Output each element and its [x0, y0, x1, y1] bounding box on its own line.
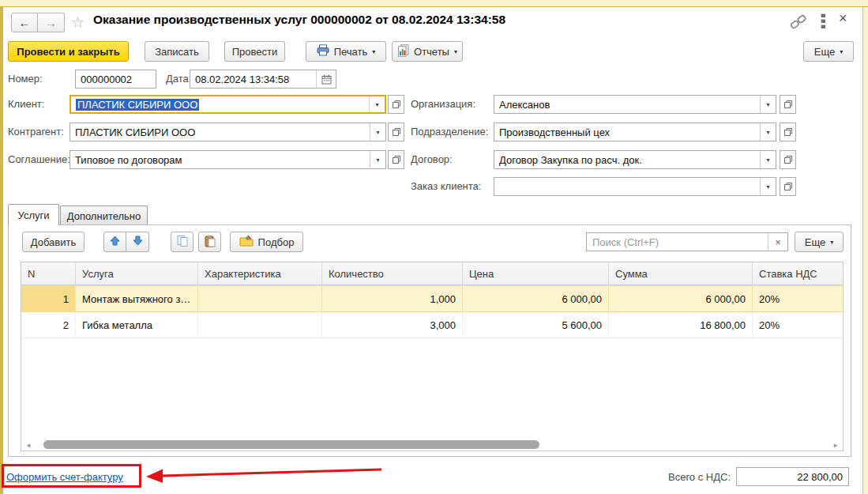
pick-button[interactable]: Подбор: [230, 232, 303, 252]
cell-characteristic[interactable]: [198, 286, 322, 311]
move-up-button[interactable]: [103, 232, 126, 252]
table-more-button[interactable]: Еще ▾: [795, 232, 844, 252]
add-row-button[interactable]: Добавить: [22, 232, 85, 252]
favorite-star-icon[interactable]: ☆: [71, 13, 85, 32]
search-placeholder: Поиск (Ctrl+F): [587, 236, 768, 248]
col-header-quantity[interactable]: Количество: [322, 262, 463, 285]
date-input[interactable]: 08.02.2024 13:34:58: [190, 70, 336, 89]
total-with-vat-value: 22 800,00: [797, 471, 843, 483]
cell-service[interactable]: Гибка металла: [76, 312, 198, 338]
close-icon[interactable]: ×: [839, 10, 847, 27]
tab-services[interactable]: Услуги: [8, 204, 59, 225]
customer-order-input[interactable]: ▾: [494, 177, 776, 196]
back-button[interactable]: ←: [11, 13, 38, 32]
agreement-open-icon[interactable]: [388, 150, 404, 169]
scroll-left-icon[interactable]: ◂: [24, 441, 32, 449]
arrow-up-icon: [110, 236, 120, 248]
cell-sum[interactable]: 6 000,00: [609, 286, 753, 311]
department-open-icon[interactable]: [780, 123, 796, 141]
cell-price[interactable]: 5 600,00: [463, 312, 609, 338]
col-header-n[interactable]: N: [21, 262, 76, 285]
paste-icon[interactable]: [198, 232, 221, 252]
cell-vat[interactable]: 20%: [753, 312, 843, 338]
report-chart-icon: [397, 44, 409, 59]
cell-characteristic[interactable]: [198, 312, 322, 338]
chevron-down-icon[interactable]: ▾: [760, 123, 776, 141]
document-window: ← → ☆ Оказание производственных услуг 00…: [0, 0, 868, 494]
chevron-down-icon[interactable]: ▾: [370, 151, 385, 168]
cell-quantity[interactable]: 3,000: [322, 312, 463, 338]
col-header-sum[interactable]: Сумма: [609, 262, 753, 285]
cell-n[interactable]: 2: [21, 312, 76, 338]
copy-icon: [176, 235, 189, 250]
cell-price[interactable]: 6 000,00: [463, 286, 609, 311]
col-header-vat[interactable]: Ставка НДС: [753, 262, 843, 285]
scrollbar-thumb[interactable]: [43, 440, 539, 449]
organization-open-icon[interactable]: [780, 95, 796, 114]
scrollbar-track[interactable]: [34, 440, 830, 449]
cell-quantity[interactable]: 1,000: [322, 286, 463, 311]
contract-open-icon[interactable]: [780, 150, 796, 169]
chevron-down-icon[interactable]: ▾: [760, 178, 776, 195]
chevron-down-icon: ▾: [840, 48, 843, 55]
move-down-button[interactable]: [126, 232, 149, 252]
reports-button[interactable]: Отчеты ▾: [392, 41, 463, 62]
col-header-price[interactable]: Цена: [463, 262, 609, 285]
table-row[interactable]: 2 Гибка металла 3,000 5 600,00 16 800,00…: [21, 312, 843, 338]
client-input[interactable]: ПЛАСТИК СИБИРИ ООО ▾: [70, 95, 386, 114]
contract-label: Договор:: [411, 150, 453, 169]
post-button[interactable]: Провести: [224, 41, 285, 62]
total-with-vat-field: 22 800,00: [736, 467, 849, 486]
table-row[interactable]: 1 Монтаж вытяжного з… 1,000 6 000,00 6 0…: [21, 285, 843, 312]
more-actions-button[interactable]: Еще ▾: [803, 41, 854, 62]
client-open-icon[interactable]: [388, 95, 404, 114]
print-button[interactable]: Печать ▾: [306, 41, 386, 62]
total-with-vat-label: Всего с НДС:: [600, 468, 731, 487]
counterparty-input[interactable]: ПЛАСТИК СИБИРИ ООО ▾: [70, 123, 386, 141]
cell-vat[interactable]: 20%: [753, 286, 843, 311]
cell-service[interactable]: Монтаж вытяжного з…: [76, 286, 198, 311]
post-and-close-button[interactable]: Провести и закрыть: [8, 41, 129, 62]
reports-label: Отчеты: [414, 46, 449, 58]
chevron-down-icon[interactable]: ▾: [370, 123, 385, 141]
more-actions-label: Еще: [814, 46, 835, 58]
customer-order-open-icon[interactable]: [780, 177, 796, 196]
agreement-input[interactable]: Типовое по договорам ▾: [70, 150, 386, 169]
copy-row-button[interactable]: [171, 232, 194, 252]
horizontal-scrollbar[interactable]: ◂ ▸: [21, 439, 843, 451]
client-value: ПЛАСТИК СИБИРИ ООО: [76, 99, 199, 111]
add-row-label: Добавить: [31, 236, 76, 248]
tab-additional[interactable]: Дополнительно: [60, 206, 148, 225]
forward-button[interactable]: →: [38, 13, 65, 32]
clear-search-icon[interactable]: ×: [768, 233, 787, 251]
cell-sum[interactable]: 16 800,00: [609, 312, 753, 338]
print-label: Печать: [334, 46, 368, 58]
counterparty-open-icon[interactable]: [388, 123, 404, 141]
col-header-characteristic[interactable]: Характеристика: [198, 262, 322, 285]
cell-n[interactable]: 1: [21, 286, 76, 311]
organization-input[interactable]: Алексанов ▾: [494, 95, 776, 114]
window-left-border: [0, 7, 3, 494]
chevron-down-icon[interactable]: ▾: [760, 151, 776, 168]
organization-value: Алексанов: [494, 99, 760, 111]
chevron-down-icon[interactable]: ▾: [369, 96, 385, 112]
chevron-down-icon: ▾: [372, 48, 375, 55]
save-button[interactable]: Записать: [145, 41, 209, 62]
tab-additional-label: Дополнительно: [67, 210, 141, 222]
department-input[interactable]: Производственный цех ▾: [494, 123, 776, 141]
services-table: N Услуга Характеристика Количество Цена …: [21, 262, 844, 451]
pick-folder-icon: [239, 235, 254, 249]
number-input[interactable]: 000000002: [75, 70, 156, 89]
clipboard-icon: [204, 235, 216, 250]
chevron-down-icon: ▾: [830, 239, 833, 246]
chevron-down-icon[interactable]: ▾: [760, 96, 776, 113]
more-icon[interactable]: [820, 13, 826, 30]
calendar-icon[interactable]: [316, 70, 336, 88]
scroll-right-icon[interactable]: ▸: [832, 441, 840, 449]
col-header-service[interactable]: Услуга: [76, 262, 198, 285]
counterparty-label: Контрагент:: [8, 123, 64, 141]
date-label: Дата:: [166, 70, 191, 89]
get-link-icon[interactable]: [790, 14, 807, 32]
search-input[interactable]: Поиск (Ctrl+F) ×: [586, 232, 788, 251]
contract-input[interactable]: Договор Закупка по расч. док. ▾: [494, 150, 776, 169]
